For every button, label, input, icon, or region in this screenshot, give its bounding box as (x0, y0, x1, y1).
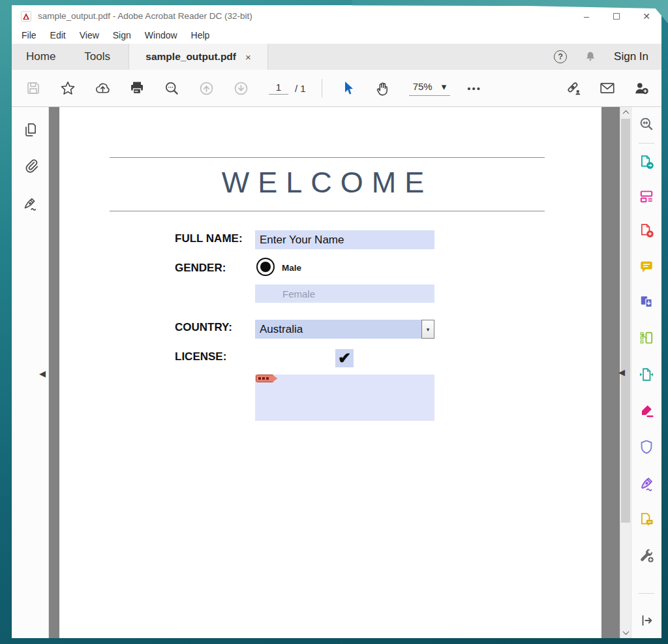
hand-tool-icon[interactable] (374, 80, 391, 97)
zoom-level-control[interactable]: 75% ▾ (409, 81, 451, 96)
person-add-icon[interactable] (633, 80, 650, 97)
left-panel-collapse-paddle[interactable]: ◀ (39, 369, 46, 378)
help-icon[interactable]: ? (554, 50, 567, 63)
combine-files-icon[interactable] (638, 294, 655, 311)
annotation-note-tag[interactable] (256, 375, 277, 382)
toolbar: 1 / 1 75% ▾ ••• (12, 70, 661, 107)
comment-icon[interactable] (638, 258, 655, 275)
menu-view[interactable]: View (80, 30, 99, 40)
document-canvas: WELCOME FULL NAME: Enter Your Name GENDE… (49, 107, 620, 638)
fill-sign-icon[interactable] (638, 402, 655, 419)
license-label: LICENSE: (175, 350, 226, 363)
page-number-input[interactable]: 1 (269, 82, 288, 95)
page-up-icon[interactable] (198, 80, 215, 97)
close-button[interactable]: ✕ (631, 5, 661, 27)
share-link-icon[interactable] (565, 80, 582, 97)
certificates-pen-icon[interactable] (638, 475, 655, 492)
gender-male-label: Male (282, 263, 301, 273)
rail-divider (639, 593, 654, 594)
checkmark-icon: ✔ (338, 349, 351, 367)
minimize-button[interactable]: – (571, 5, 601, 27)
title-bar: sample_output.pdf - Adobe Acrobat Reader… (12, 5, 661, 27)
acrobat-app-icon (21, 11, 31, 22)
page-thumbnails-icon[interactable] (21, 120, 40, 140)
gender-male-radio[interactable] (256, 258, 275, 276)
maximize-button[interactable] (601, 5, 631, 27)
window-title: sample_output.pdf - Adobe Acrobat Reader… (38, 11, 252, 21)
country-value: Australia (255, 320, 421, 339)
menu-file[interactable]: File (22, 30, 37, 40)
country-dropdown[interactable]: Australia ▾ (255, 320, 434, 339)
send-for-comments-icon[interactable] (638, 511, 655, 528)
menu-help[interactable]: Help (191, 30, 210, 40)
more-tools-wrench-icon[interactable] (638, 547, 655, 564)
gender-female-field[interactable]: Female (255, 284, 434, 303)
tab-document[interactable]: sample_output.pdf × (129, 44, 268, 70)
more-options-icon[interactable]: ••• (467, 83, 481, 94)
protect-shield-icon[interactable] (638, 438, 655, 455)
full-name-input[interactable]: Enter Your Name (255, 230, 434, 249)
desktop-background: sample_output.pdf - Adobe Acrobat Reader… (0, 0, 668, 644)
country-dropdown-button[interactable]: ▾ (421, 320, 434, 339)
tab-close-icon[interactable]: × (245, 52, 251, 63)
save-icon[interactable] (25, 80, 42, 97)
edit-pdf-icon[interactable] (638, 188, 655, 205)
gender-label: GENDER: (175, 262, 226, 275)
scroll-up-button[interactable] (620, 107, 631, 118)
full-name-value: Enter Your Name (260, 234, 344, 247)
rail-divider (639, 143, 654, 144)
tab-tools[interactable]: Tools (70, 44, 125, 70)
notifications-bell-icon[interactable] (584, 50, 597, 63)
email-icon[interactable] (599, 80, 616, 97)
radio-selected-dot (260, 262, 271, 272)
dropdown-caret-icon: ▾ (427, 326, 430, 333)
page-total-label: / 1 (295, 83, 306, 94)
zoom-level-value: 75% (413, 81, 433, 92)
zoom-caret-icon: ▾ (442, 81, 447, 93)
pdf-page: WELCOME FULL NAME: Enter Your Name GENDE… (59, 107, 601, 638)
country-label: COUNTRY: (175, 321, 232, 334)
right-tools-rail (631, 107, 661, 638)
tab-home[interactable]: Home (12, 44, 70, 70)
document-title: WELCOME (110, 166, 545, 200)
star-favorite-icon[interactable] (59, 80, 76, 97)
comments-textarea[interactable] (255, 375, 434, 421)
left-panel-rail: ◀ (12, 107, 49, 638)
menu-window[interactable]: Window (145, 30, 177, 40)
tab-bar: Home Tools sample_output.pdf × ? Sign In (12, 44, 661, 70)
sign-in-button[interactable]: Sign In (614, 50, 648, 63)
cloud-upload-icon[interactable] (94, 80, 111, 97)
main-area: ◀ WELCOME FULL NAME: Enter Your Name GEN… (12, 107, 661, 638)
compress-pdf-icon[interactable] (638, 366, 655, 383)
collapse-rail-icon[interactable] (638, 612, 655, 629)
right-panel-expand-paddle[interactable]: ◀ (618, 367, 625, 377)
search-zoom-icon[interactable] (163, 80, 180, 97)
chevron-down-icon (622, 628, 629, 635)
acrobat-window: sample_output.pdf - Adobe Acrobat Reader… (12, 5, 661, 638)
export-pdf-icon[interactable] (638, 153, 655, 170)
page-down-icon[interactable] (232, 80, 249, 97)
license-checkbox[interactable]: ✔ (335, 349, 354, 367)
print-icon[interactable] (129, 80, 145, 97)
menu-bar: File Edit View Sign Window Help (12, 27, 661, 44)
tab-document-label: sample_output.pdf (145, 51, 236, 63)
attachments-paperclip-icon[interactable] (21, 156, 40, 176)
search-tools-icon[interactable] (638, 115, 655, 132)
scroll-down-button[interactable] (620, 627, 631, 638)
menu-sign[interactable]: Sign (113, 30, 131, 40)
maximize-icon (613, 13, 620, 20)
create-pdf-icon[interactable] (638, 222, 655, 239)
signatures-pen-icon[interactable] (21, 194, 40, 213)
menu-edit[interactable]: Edit (50, 30, 66, 40)
scrollbar-thumb[interactable] (621, 119, 630, 523)
chevron-up-icon (622, 110, 629, 117)
toolbar-separator (322, 79, 322, 97)
gender-female-text: Female (282, 288, 315, 299)
organize-pages-icon[interactable] (638, 330, 655, 346)
title-rule-top (110, 157, 545, 158)
full-name-label: FULL NAME: (175, 232, 243, 245)
title-rule-bottom (110, 211, 545, 211)
select-tool-icon[interactable] (340, 80, 357, 97)
